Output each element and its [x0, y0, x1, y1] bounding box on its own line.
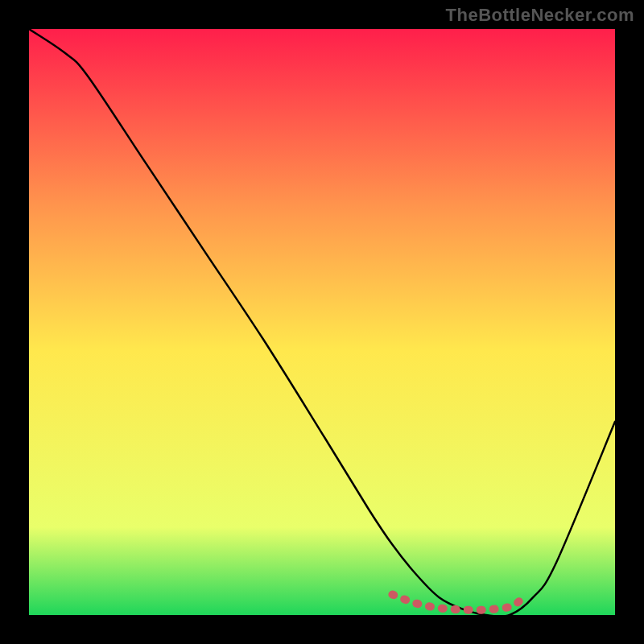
plot-area: [29, 29, 615, 615]
chart-svg: [29, 29, 615, 615]
gradient-background: [29, 29, 615, 615]
chart-frame: TheBottleNecker.com: [0, 0, 644, 644]
watermark-text: TheBottleNecker.com: [446, 5, 634, 26]
